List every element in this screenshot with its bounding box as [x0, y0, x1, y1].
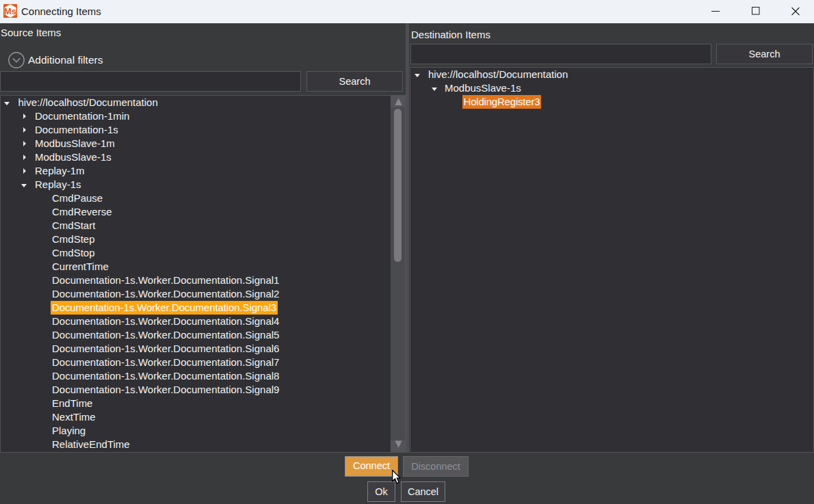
svg-text:Ms: Ms — [4, 6, 16, 16]
